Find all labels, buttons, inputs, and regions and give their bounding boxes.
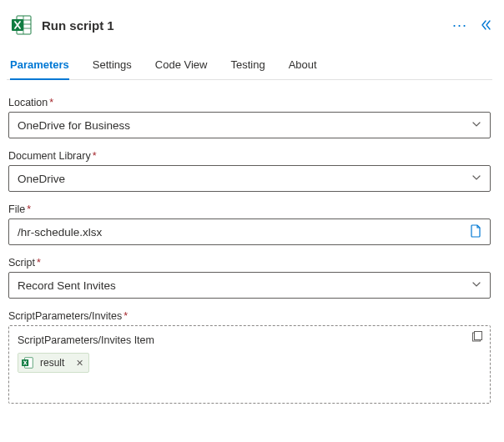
field-library: Document Library* OneDrive	[8, 150, 491, 192]
library-value: OneDrive	[18, 173, 65, 185]
location-label: Location*	[8, 97, 491, 108]
invites-item-input[interactable]: result ✕	[18, 353, 481, 373]
tab-settings[interactable]: Settings	[93, 52, 132, 79]
excel-icon	[10, 13, 33, 37]
invites-item-label: ScriptParameters/Invites Item	[18, 334, 481, 346]
file-picker-icon[interactable]	[470, 224, 481, 240]
required-indicator: *	[37, 257, 41, 269]
svg-rect-7	[475, 332, 482, 340]
required-indicator: *	[93, 150, 97, 162]
field-invites: ScriptParameters/Invites* ScriptParamete…	[8, 310, 491, 404]
field-file: File* /hr-schedule.xlsx	[8, 203, 491, 245]
script-label: Script*	[8, 257, 491, 269]
script-value: Record Sent Invites	[18, 279, 116, 292]
file-label: File*	[8, 203, 491, 215]
script-select[interactable]: Record Sent Invites	[8, 272, 491, 299]
file-input[interactable]: /hr-schedule.xlsx	[8, 218, 491, 245]
location-select[interactable]: OneDrive for Business	[8, 112, 491, 138]
required-indicator: *	[49, 97, 53, 108]
array-mode-icon[interactable]	[471, 331, 483, 345]
card-header: Run script 1 ···	[7, 10, 492, 52]
location-value: OneDrive for Business	[18, 119, 130, 132]
tag-label: result	[37, 357, 71, 369]
tag-remove-button[interactable]: ✕	[71, 358, 88, 369]
dynamic-content-tag[interactable]: result ✕	[18, 353, 89, 373]
more-menu-button[interactable]: ···	[452, 18, 467, 33]
file-value: /hr-schedule.xlsx	[18, 226, 102, 239]
tab-bar: Parameters Settings Code View Testing Ab…	[7, 52, 492, 80]
collapse-button[interactable]	[479, 18, 492, 32]
library-select[interactable]: OneDrive	[8, 165, 491, 192]
tab-code-view[interactable]: Code View	[155, 52, 208, 79]
library-label: Document Library*	[8, 150, 491, 162]
excel-icon	[18, 354, 37, 372]
field-location: Location* OneDrive for Business	[8, 97, 491, 138]
chevron-down-icon	[471, 173, 481, 185]
tab-testing[interactable]: Testing	[230, 52, 265, 79]
tab-parameters[interactable]: Parameters	[10, 52, 69, 79]
card-title: Run script 1	[42, 18, 444, 33]
field-script: Script* Record Sent Invites	[8, 257, 491, 299]
chevron-down-icon	[471, 119, 481, 132]
required-indicator: *	[27, 203, 31, 215]
invites-array-container[interactable]: ScriptParameters/Invites Item result ✕	[8, 325, 491, 404]
required-indicator: *	[123, 310, 128, 322]
parameters-form: Location* OneDrive for Business Document…	[7, 97, 492, 404]
chevron-down-icon	[471, 279, 481, 292]
tab-about[interactable]: About	[289, 52, 317, 79]
invites-label: ScriptParameters/Invites*	[8, 310, 491, 322]
